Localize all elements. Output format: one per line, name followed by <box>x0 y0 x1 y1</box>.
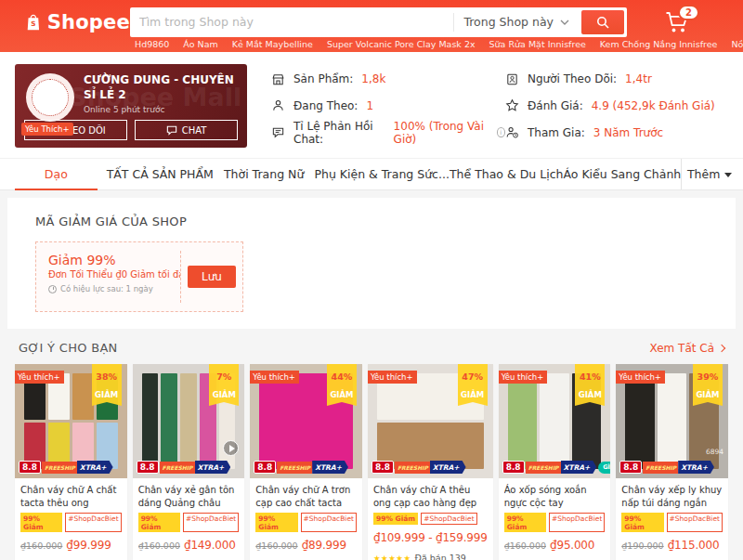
product-title: Chân váy chữ A chất tacta thêu ong <box>20 484 122 509</box>
search-scope-label: Trong Shop này <box>463 15 554 29</box>
product-title: Áo xốp sóng xoắn ngực cộc tay <box>504 484 606 509</box>
tab-label: Áo Kiểu Sang Chảnh <box>563 167 681 181</box>
search-scope-dropdown[interactable]: Trong Shop này <box>453 13 579 32</box>
product-card[interactable]: Yêu thích+ 38% GIẢM 8.8 FREESHIP XTRA+ C… <box>15 364 127 560</box>
product-image: Yêu thích+ 47% GIẢM 8.8 FREESHIP XTRA+ <box>368 364 493 478</box>
trending-link[interactable]: Kem Chống Nắng Innisfree <box>600 39 718 49</box>
shop-overview-panel: Shopee Mall Yêu Thích+ CƯỜNG DUNG - CHUY… <box>0 52 743 159</box>
logo-wordmark: Shopee <box>47 11 130 33</box>
video-play-icon <box>223 440 239 456</box>
chevron-down-icon <box>560 20 569 25</box>
favorite-flag: Yêu thích+ <box>368 371 417 384</box>
freeship-badge: FREESHIP <box>526 462 561 474</box>
shop-tab[interactable]: TẤT CẢ SẢN PHẨM <box>107 159 214 189</box>
sale-price: ₫89.999 <box>302 539 346 552</box>
original-price: ₫190.000 <box>621 540 663 551</box>
voucher-save-button[interactable]: Lưu <box>188 266 236 288</box>
sale-price: ₫149.000 <box>184 539 236 552</box>
xtra-badge: XTRA+ <box>77 461 113 474</box>
discount-word: GIẢM <box>696 390 719 399</box>
shop-stat-row: Đang Theo: 1 <box>271 93 505 120</box>
product-card[interactable]: Yêu thích+ 47% GIẢM 8.8 FREESHIP XTRA+ C… <box>368 364 493 560</box>
view-all-label: Xem Tất Cả <box>649 342 714 355</box>
original-price: ₫160.000 <box>20 540 62 551</box>
discount-badge: 39% GIẢM <box>693 364 723 402</box>
favorite-flag: Yêu thích+ <box>499 371 548 384</box>
shop-nav-tabs: Dạo TẤT CẢ SẢN PHẨM Thời Trang Nữ Phụ Ki… <box>0 159 743 190</box>
product-card[interactable]: Yêu thích+ 44% GIẢM 8.8 FREESHIP XTRA+ C… <box>250 364 362 560</box>
shop-tab[interactable]: Áo Kiểu Sang Chảnh <box>563 159 681 189</box>
shop-stat-row: Người Theo Dõi: 1,4tr <box>505 66 728 93</box>
campaign-badge: GÌ CŨNG RẺ <box>598 462 610 474</box>
voucher-discount: Giảm 99% <box>48 253 175 267</box>
shop-tab[interactable]: Thêm <box>681 159 737 189</box>
search-input[interactable] <box>139 15 453 29</box>
view-all-link[interactable]: Xem Tất Cả <box>649 342 724 355</box>
shop-special-tag: #ShopDacBiet <box>183 513 239 532</box>
trending-link[interactable]: Hd9860 <box>135 39 169 49</box>
product-card[interactable]: 7% GIẢM 8.8 FREESHIP XTRA+ Chân váy xẻ g… <box>133 364 245 560</box>
promo-badge: 99% Giảm <box>504 513 546 532</box>
clock-icon <box>48 285 57 293</box>
trending-link[interactable]: Super Volcanic Pore Clay Mask 2x <box>327 39 476 49</box>
shop-tab[interactable]: Phụ Kiện & Trang Sức... <box>314 159 449 189</box>
chevron-down-icon <box>724 173 732 177</box>
shop-card: Shopee Mall Yêu Thích+ CƯỜNG DUNG - CHUY… <box>15 64 247 148</box>
trending-link[interactable]: Kẻ Mắt Maybelline <box>232 39 313 49</box>
cart-count-badge: 2 <box>678 5 699 20</box>
shop-stat-row: Sản Phẩm: 1,8k <box>271 66 505 93</box>
trending-link[interactable]: Sữa Rửa Mặt Innisfree <box>489 39 586 49</box>
search-bar: Trong Shop này <box>130 7 627 37</box>
trending-link[interactable]: Áo Nam <box>183 39 217 49</box>
sold-count: Đã bán 139 <box>415 553 466 560</box>
voucher-validity: Có hiệu lực sau: 1 ngày <box>60 284 153 293</box>
chevron-right-icon <box>718 344 725 351</box>
voucher-section: MÃ GIẢM GIÁ CỦA SHOP Giảm 99% Đơn Tối Th… <box>7 198 736 329</box>
shop-stats: Sản Phẩm: 1,8k Đang Theo: 1 Tỉ Lệ Phản H… <box>271 64 728 148</box>
tab-label: Thể Thao & Du Lịch <box>450 167 564 181</box>
favorite-flag: Yêu thích+ <box>616 371 665 384</box>
product-title: Chân váy chữ A thêu ong cạp cao hàng đẹp <box>373 484 488 509</box>
cart-button[interactable]: 2 <box>665 11 689 33</box>
svg-text:S: S <box>31 20 35 28</box>
trending-link[interactable]: Nồi Chiên Không Dầu <box>731 39 743 49</box>
chat-bubble-icon <box>166 125 177 136</box>
shop-tab[interactable]: Thời Trang Nữ <box>214 159 315 189</box>
shop-avatar[interactable] <box>26 73 74 122</box>
shop-special-tag: #ShopDacBiet <box>421 513 476 525</box>
stat-value: 100% (Trong Vài Giờ) <box>394 120 489 146</box>
stat-label: Tham Gia: <box>528 126 585 139</box>
tab-label: TẤT CẢ SẢN PHẨM <box>107 167 214 181</box>
search-button[interactable] <box>581 10 624 34</box>
xtra-badge: XTRA+ <box>195 461 231 474</box>
product-card[interactable]: Yêu thích+ 41% GIẢM 8.8 FREESHIP XTRA+ G… <box>499 364 611 560</box>
shop-tab[interactable]: Dạo <box>6 159 107 189</box>
shop-tab[interactable]: Thể Thao & Du Lịch <box>450 159 564 189</box>
discount-badge: 38% GIẢM <box>92 364 122 402</box>
promo-badge: 99% Giảm <box>373 513 418 525</box>
shop-online-status: Online 5 phút trước <box>84 105 240 114</box>
tab-label: Phụ Kiện & Trang Sức... <box>314 167 449 181</box>
followers-icon <box>505 72 519 86</box>
stat-label: Đánh Giá: <box>528 99 583 112</box>
stat-value: 1 <box>366 99 373 112</box>
shop-special-tag: #ShopDacBiet <box>549 513 605 532</box>
promo-badge: 99% Giảm <box>20 513 62 532</box>
shop-special-tag: #ShopDacBiet <box>65 513 121 532</box>
shopee-logo[interactable]: S Shopee <box>26 9 130 35</box>
event-date-badge: 8.8 <box>254 461 276 474</box>
sale-price: ₫115.000 <box>668 539 720 552</box>
chat-button[interactable]: CHAT <box>135 120 238 140</box>
discount-percent: 38% <box>96 371 117 382</box>
photo-watermark: 6894 <box>706 448 723 456</box>
suggestions-title: GỢI Ý CHO BẠN <box>19 341 118 355</box>
product-card[interactable]: Yêu thích+ 39% GIẢM 8.8 FREESHIP XTRA+ 6… <box>616 364 728 560</box>
discount-badge: 7% GIẢM <box>209 364 239 402</box>
discount-percent: 7% <box>216 371 231 382</box>
shop-favorite-badge: Yêu Thích+ <box>21 123 73 136</box>
discount-percent: 41% <box>580 371 601 382</box>
product-title: Chân váy xẻ gân tôn dáng Quảng châu <box>138 484 240 509</box>
shopee-bag-icon: S <box>26 9 41 35</box>
chat-button-label: CHAT <box>182 125 207 136</box>
shop-special-tag: #ShopDacBiet <box>667 513 723 532</box>
